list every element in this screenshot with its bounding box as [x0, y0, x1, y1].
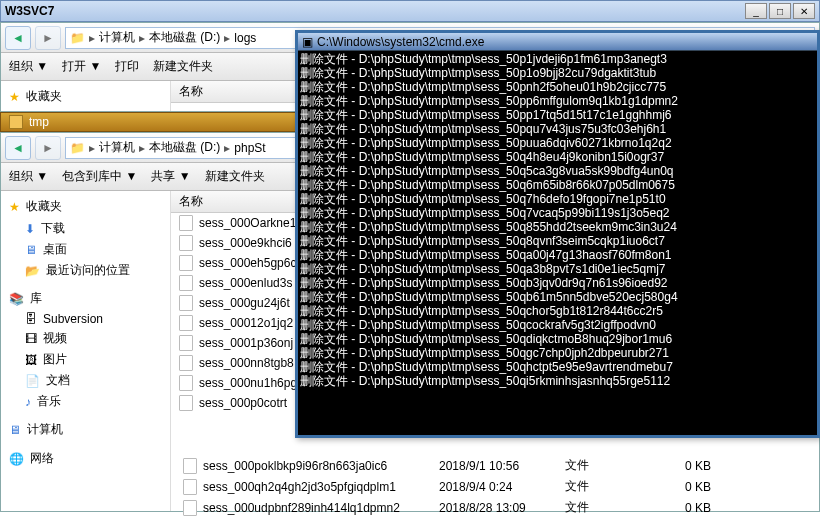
file-icon [183, 479, 197, 495]
sidebar-item-recent[interactable]: 📂最近访问的位置 [1, 260, 170, 281]
file-name: sess_000eh5gp6c [199, 256, 296, 270]
file-name: sess_000nu1h6pg [199, 376, 297, 390]
file-name: sess_000poklbkp9i96r8n663ja0ic6 [203, 459, 387, 473]
doc-icon: 📄 [25, 374, 40, 388]
file-name: sess_000Oarkne1 [199, 216, 296, 230]
folder-icon: 📁 [70, 141, 85, 155]
file-list-bottom: sess_000poklbkp9i96r8n663ja0ic62018/9/1 … [175, 455, 815, 518]
nav-forward-button[interactable]: ► [35, 136, 61, 160]
cmd-line: 删除文件 - D:\phpStudy\tmp\tmp\sess_50qa3b8p… [300, 262, 815, 276]
sidebar-item-music[interactable]: ♪音乐 [1, 391, 170, 412]
network-header[interactable]: 🌐网络 [1, 447, 170, 470]
video-icon: 🎞 [25, 332, 37, 346]
file-row[interactable]: sess_000udpbnf289inh414lq1dpmn22018/8/28… [175, 497, 815, 518]
file-icon [179, 255, 193, 271]
cmd-titlebar[interactable]: ▣ C:\Windows\system32\cmd.exe [298, 33, 817, 51]
cmd-line: 删除文件 - D:\phpStudy\tmp\tmp\sess_50q8qvnf… [300, 234, 815, 248]
file-name: sess_0001p36onj [199, 336, 293, 350]
newfolder-button[interactable]: 新建文件夹 [205, 168, 265, 185]
cmd-line: 删除文件 - D:\phpStudy\tmp\tmp\sess_50pqu7v4… [300, 122, 815, 136]
sidebar: ★ 收藏夹 [1, 81, 171, 111]
star-icon: ★ [9, 200, 20, 214]
sidebar-item-pictures[interactable]: 🖼图片 [1, 349, 170, 370]
sidebar-item-downloads[interactable]: ⬇下载 [1, 218, 170, 239]
file-name: sess_000enlud3s [199, 276, 292, 290]
cmd-line: 删除文件 - D:\phpStudy\tmp\tmp\sess_50qgc7ch… [300, 346, 815, 360]
breadcrumb-part[interactable]: phpSt [234, 141, 265, 155]
cmd-line: 删除文件 - D:\phpStudy\tmp\tmp\sess_50qi5rkm… [300, 374, 815, 388]
file-row[interactable]: sess_000poklbkp9i96r8n663ja0ic62018/9/1 … [175, 455, 815, 476]
file-icon [179, 375, 193, 391]
organize-menu[interactable]: 组织 ▼ [9, 58, 48, 75]
cmd-window[interactable]: ▣ C:\Windows\system32\cmd.exe 删除文件 - D:\… [295, 30, 820, 438]
cmd-line: 删除文件 - D:\phpStudy\tmp\tmp\sess_50pp6mff… [300, 94, 815, 108]
desktop-icon: 🖥 [25, 243, 37, 257]
close-button[interactable]: ✕ [793, 3, 815, 19]
cmd-line: 删除文件 - D:\phpStudy\tmp\tmp\sess_50qb61m5… [300, 290, 815, 304]
sidebar-item-desktop[interactable]: 🖥桌面 [1, 239, 170, 260]
computer-icon: 🖥 [9, 423, 21, 437]
file-name: sess_000udpbnf289inh414lq1dpmn2 [203, 501, 400, 515]
folder-icon [9, 115, 23, 129]
sidebar-item-documents[interactable]: 📄文档 [1, 370, 170, 391]
file-name: sess_000gu24j6t [199, 296, 290, 310]
sidebar-item-video[interactable]: 🎞视频 [1, 328, 170, 349]
cmd-line: 删除文件 - D:\phpStudy\tmp\tmp\sess_50puua6d… [300, 136, 815, 150]
db-icon: 🗄 [25, 312, 37, 326]
forward-arrow-icon: ► [42, 141, 54, 155]
music-icon: ♪ [25, 395, 31, 409]
file-name: sess_00012o1jq2 [199, 316, 293, 330]
file-date: 2018/8/28 13:09 [439, 501, 559, 515]
cmd-line: 删除文件 - D:\phpStudy\tmp\tmp\sess_50qdiqkc… [300, 332, 815, 346]
breadcrumb-part[interactable]: 计算机 [99, 29, 135, 46]
sidebar-item-subversion[interactable]: 🗄Subversion [1, 310, 170, 328]
minimize-button[interactable]: _ [745, 3, 767, 19]
breadcrumb-part[interactable]: 计算机 [99, 139, 135, 156]
share-menu[interactable]: 共享 ▼ [151, 168, 190, 185]
file-icon [179, 235, 193, 251]
network-icon: 🌐 [9, 452, 24, 466]
favorites-header[interactable]: ★ 收藏夹 [1, 85, 170, 108]
newfolder-button[interactable]: 新建文件夹 [153, 58, 213, 75]
cmd-output: 删除文件 - D:\phpStudy\tmp\tmp\sess_50p1jvde… [298, 51, 817, 389]
nav-back-button[interactable]: ◄ [5, 26, 31, 50]
print-button[interactable]: 打印 [115, 58, 139, 75]
file-icon [179, 335, 193, 351]
back-arrow-icon: ◄ [12, 141, 24, 155]
file-icon [179, 215, 193, 231]
file-size: 0 KB [651, 501, 711, 515]
breadcrumb-part[interactable]: logs [234, 31, 256, 45]
nav-back-button[interactable]: ◄ [5, 136, 31, 160]
library-header[interactable]: 📚库 [1, 287, 170, 310]
cmd-line: 删除文件 - D:\phpStudy\tmp\tmp\sess_50q5ca3g… [300, 164, 815, 178]
file-icon [179, 355, 193, 371]
file-type: 文件 [565, 478, 645, 495]
breadcrumb-part[interactable]: 本地磁盘 (D:) [149, 29, 220, 46]
breadcrumb-part[interactable]: 本地磁盘 (D:) [149, 139, 220, 156]
cmd-line: 删除文件 - D:\phpStudy\tmp\tmp\sess_50qhctpt… [300, 360, 815, 374]
library-icon: 📚 [9, 292, 24, 306]
file-date: 2018/9/1 10:56 [439, 459, 559, 473]
computer-header[interactable]: 🖥计算机 [1, 418, 170, 441]
favorites-header[interactable]: ★ 收藏夹 [1, 195, 170, 218]
include-menu[interactable]: 包含到库中 ▼ [62, 168, 137, 185]
nav-forward-button[interactable]: ► [35, 26, 61, 50]
window-titlebar: W3SVC7 _ □ ✕ [0, 0, 820, 22]
open-menu[interactable]: 打开 ▼ [62, 58, 101, 75]
file-icon [179, 395, 193, 411]
file-icon [179, 295, 193, 311]
star-icon: ★ [9, 90, 20, 104]
cmd-line: 删除文件 - D:\phpStudy\tmp\tmp\sess_50q6m65i… [300, 178, 815, 192]
file-name: sess_000e9khci6 [199, 236, 292, 250]
file-type: 文件 [565, 499, 645, 516]
file-row[interactable]: sess_000qh2q4gh2jd3o5pfgiqdplm12018/9/4 … [175, 476, 815, 497]
cmd-line: 删除文件 - D:\phpStudy\tmp\tmp\sess_50q7vcaq… [300, 206, 815, 220]
cmd-line: 删除文件 - D:\phpStudy\tmp\tmp\sess_50p1o9bj… [300, 66, 815, 80]
organize-menu[interactable]: 组织 ▼ [9, 168, 48, 185]
maximize-button[interactable]: □ [769, 3, 791, 19]
cmd-line: 删除文件 - D:\phpStudy\tmp\tmp\sess_50p1jvde… [300, 52, 815, 66]
favorites-label: 收藏夹 [26, 88, 62, 105]
cmd-line: 删除文件 - D:\phpStudy\tmp\tmp\sess_50q4h8eu… [300, 150, 815, 164]
cmd-line: 删除文件 - D:\phpStudy\tmp\tmp\sess_50qchor5… [300, 304, 815, 318]
cmd-icon: ▣ [302, 35, 313, 49]
